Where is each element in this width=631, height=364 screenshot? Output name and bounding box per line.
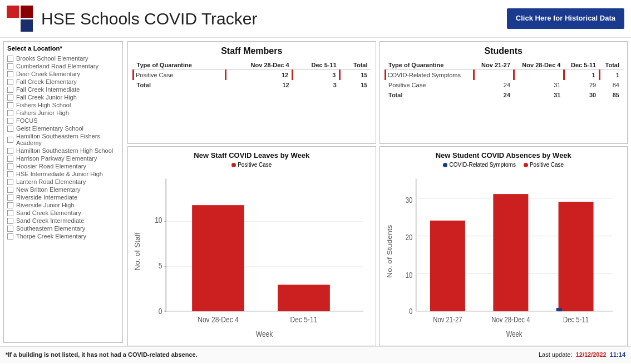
sidebar-item[interactable]: Deer Creek Elementary <box>7 71 119 77</box>
students-col-nov28: Nov 28-Dec 4 <box>514 61 564 70</box>
sidebar-item-label: HSE Intermediate & Junior High <box>16 171 103 177</box>
svg-text:Week: Week <box>256 330 273 338</box>
footer-update: Last update: 12/12/2022 11:14 <box>539 351 625 358</box>
sidebar-item[interactable]: Fishers High School <box>7 102 119 108</box>
svg-text:10: 10 <box>405 271 412 280</box>
students-table-cell: 1 <box>564 70 599 81</box>
sidebar-item[interactable]: Hamilton Southeastern High School <box>7 147 119 154</box>
staff-legend-positive-label: Positive Case <box>238 162 272 168</box>
staff-table-cell: 3 <box>293 70 340 81</box>
svg-text:Dec 5-11: Dec 5-11 <box>563 316 589 324</box>
staff-table-row: Positive Case12315 <box>134 70 371 81</box>
sidebar-checkbox[interactable] <box>7 110 13 116</box>
location-sidebar: Select a Location* Brooks School Element… <box>3 41 123 343</box>
sidebar-item-label: Riverside Junior High <box>16 202 75 208</box>
sidebar-item[interactable]: Hoosier Road Elementary <box>7 163 119 169</box>
student-chart-area: 0 10 20 30 <box>384 170 623 341</box>
sidebar-checkbox[interactable] <box>7 79 13 85</box>
svg-text:No. of Students: No. of Students <box>386 225 393 278</box>
sidebar-checkbox[interactable] <box>7 137 13 143</box>
sidebar-item-label: Fishers Junior High <box>16 109 69 116</box>
students-table: Type of Quarantine Nov 21-27 Nov 28-Dec … <box>384 61 623 100</box>
sidebar-item-label: Harrison Parkway Elementary <box>16 155 97 162</box>
sidebar-item[interactable]: Riverside Junior High <box>7 202 119 208</box>
sidebar-item[interactable]: Thorpe Creek Elementary <box>7 233 119 240</box>
students-table-header: Type of Quarantine Nov 21-27 Nov 28-Dec … <box>385 61 623 70</box>
sidebar-item[interactable]: Fall Creek Elementary <box>7 78 119 85</box>
sidebar-item[interactable]: HSE Intermediate & Junior High <box>7 171 119 177</box>
sidebar-item[interactable]: Cumberland Road Elementary <box>7 63 119 69</box>
sidebar-checkbox[interactable] <box>7 102 13 108</box>
svg-text:No. of Staff: No. of Staff <box>134 232 141 270</box>
sidebar-item[interactable]: Fishers Junior High <box>7 109 119 116</box>
students-col-dec5: Dec 5-11 <box>564 61 599 70</box>
sidebar-item[interactable]: FOCUS <box>7 117 119 124</box>
sidebar-item[interactable]: Fall Creek Junior High <box>7 94 119 101</box>
sidebar-checkbox[interactable] <box>7 87 13 93</box>
sidebar-checkbox[interactable] <box>7 179 13 185</box>
sidebar-item-label: Thorpe Creek Elementary <box>16 233 86 240</box>
sidebar-item[interactable]: Lantern Road Elementary <box>7 178 119 185</box>
historical-data-button[interactable]: Click Here for Historical Data <box>507 8 624 29</box>
sidebar-checkbox[interactable] <box>7 163 13 169</box>
footer: *If a building is not listed, it has not… <box>0 346 631 362</box>
sidebar-item[interactable]: Riverside Intermediate <box>7 194 119 201</box>
sidebar-checkbox[interactable] <box>7 56 13 62</box>
sidebar-item[interactable]: Sand Creek Intermediate <box>7 217 119 224</box>
sidebar-checkbox[interactable] <box>7 187 13 193</box>
sidebar-checkbox[interactable] <box>7 226 13 232</box>
sidebar-item[interactable]: Hamilton Southeastern Fishers Academy <box>7 133 119 146</box>
students-table-cell: Positive Case <box>385 80 474 90</box>
sidebar-checkbox[interactable] <box>7 195 13 201</box>
students-table-cell: 24 <box>474 90 514 100</box>
students-table-row: Positive Case24312984 <box>385 80 623 90</box>
logo-top-right <box>21 6 33 18</box>
sidebar-checkbox[interactable] <box>7 126 13 132</box>
staff-panel: Staff Members Type of Quarantine Nov 28-… <box>127 41 376 144</box>
sidebar-item[interactable]: Sand Creek Elementary <box>7 210 119 216</box>
sidebar-checkbox[interactable] <box>7 63 13 69</box>
sidebar-item[interactable]: Fall Creek Intermediate <box>7 86 119 93</box>
staff-table-cell: 15 <box>340 70 371 81</box>
sidebar-item-label: Fall Creek Intermediate <box>16 86 80 93</box>
sidebar-checkbox[interactable] <box>7 218 13 224</box>
header-left: HSE Schools COVID Tracker <box>7 6 257 32</box>
sidebar-checkbox[interactable] <box>7 210 13 216</box>
update-date: 12/12/2022 <box>576 351 607 358</box>
students-table-cell: 84 <box>599 80 623 90</box>
sidebar-checkbox[interactable] <box>7 148 13 154</box>
sidebar-checkbox[interactable] <box>7 71 13 77</box>
students-table-cell: 30 <box>564 90 599 100</box>
student-bar-nov28-positive <box>493 194 528 311</box>
staff-legend-positive-dot <box>231 163 236 167</box>
sidebar-checkbox[interactable] <box>7 202 13 208</box>
students-table-row: Total24313085 <box>385 90 623 100</box>
logo-top-left <box>7 6 19 18</box>
sidebar-checkbox[interactable] <box>7 94 13 101</box>
staff-table-body: Positive Case12315Total12315 <box>134 70 371 91</box>
symptoms-legend-label: COVID-Related Symptoms <box>449 162 515 168</box>
sidebar-item-label: Lantern Road Elementary <box>16 178 86 185</box>
sidebar-checkbox[interactable] <box>7 171 13 177</box>
logo-bottom-right <box>21 19 33 32</box>
student-chart-svg: 0 10 20 30 <box>384 170 623 341</box>
sidebar-checkbox[interactable] <box>7 118 13 124</box>
student-chart-panel: New Student COVID Absences by Week COVID… <box>379 146 628 346</box>
staff-chart-legend: Positive Case <box>132 162 371 168</box>
sidebar-item[interactable]: Southeastern Elementary <box>7 225 119 232</box>
sidebar-item[interactable]: Brooks School Elementary <box>7 55 119 62</box>
sidebar-checkbox[interactable] <box>7 233 13 240</box>
student-positive-legend-dot <box>524 163 528 167</box>
student-chart-title: New Student COVID Absences by Week <box>384 151 623 159</box>
svg-text:0: 0 <box>409 307 412 316</box>
staff-chart-panel: New Staff COVID Leaves by Week Positive … <box>127 146 376 346</box>
staff-legend-positive: Positive Case <box>231 162 272 168</box>
sidebar-item-label: Brooks School Elementary <box>16 55 88 62</box>
sidebar-item[interactable]: Harrison Parkway Elementary <box>7 155 119 162</box>
staff-bar-dec5 <box>278 285 330 311</box>
sidebar-item[interactable]: New Britton Elementary <box>7 186 119 193</box>
sidebar-item[interactable]: Geist Elementary School <box>7 125 119 132</box>
sidebar-checkbox[interactable] <box>7 156 13 162</box>
svg-text:10: 10 <box>155 216 162 225</box>
staff-col-type: Type of Quarantine <box>134 61 226 70</box>
